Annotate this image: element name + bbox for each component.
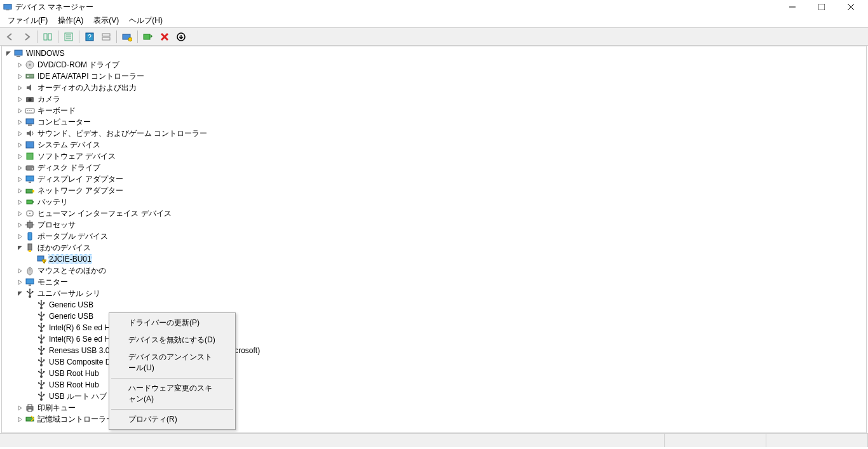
category-node[interactable]: モニター	[2, 276, 866, 288]
category-usb[interactable]: ユニバーサル シリ	[2, 288, 866, 299]
expand-icon[interactable]	[16, 175, 24, 183]
svg-rect-14	[102, 34, 110, 36]
collapse-icon[interactable]	[4, 50, 12, 57]
close-button[interactable]	[836, 0, 865, 14]
window-title: デバイス マネージャー	[15, 2, 778, 13]
scan-hardware-button[interactable]	[119, 29, 135, 44]
back-button[interactable]	[3, 29, 18, 44]
menu-action[interactable]: 操作(A)	[53, 14, 88, 27]
category-node[interactable]: IDE ATA/ATAPI コントローラー	[2, 70, 866, 82]
printer-icon	[25, 403, 35, 413]
svg-rect-45	[32, 201, 34, 203]
usb-icon	[36, 323, 46, 333]
category-node[interactable]: ネットワーク アダプター	[2, 185, 866, 196]
minimize-button[interactable]	[778, 0, 807, 14]
usb-icon	[36, 345, 46, 356]
expand-icon[interactable]	[16, 141, 24, 149]
category-node[interactable]: ヒューマン インターフェイス デバイス	[2, 208, 866, 219]
expand-icon[interactable]	[16, 84, 24, 91]
svg-point-17	[128, 37, 132, 41]
expand-icon[interactable]	[16, 221, 24, 229]
expand-icon[interactable]	[16, 232, 24, 240]
toolbar-separator	[137, 30, 138, 43]
collapse-icon[interactable]	[16, 244, 24, 251]
expand-icon[interactable]	[16, 210, 24, 217]
svg-rect-79	[43, 314, 44, 315]
update-driver-button[interactable]	[140, 29, 156, 44]
tree-node-label: サウンド、ビデオ、およびゲーム コントローラー	[37, 128, 207, 139]
category-node[interactable]: ソフトウェア デバイス	[2, 151, 866, 162]
usb-device-node[interactable]: Generic USB	[2, 299, 866, 311]
category-node[interactable]: システム デバイス	[2, 139, 866, 151]
usb-icon	[36, 357, 46, 367]
category-node[interactable]: プロセッサ	[2, 219, 866, 231]
category-node[interactable]: カメラ	[2, 93, 866, 105]
menu-view[interactable]: 表示(V)	[88, 14, 124, 27]
category-node[interactable]: サウンド、ビデオ、およびゲーム コントローラー	[2, 128, 866, 139]
root-node[interactable]: WINDOWS	[2, 48, 866, 59]
expand-icon[interactable]	[16, 278, 24, 286]
expand-icon[interactable]	[16, 267, 24, 274]
expand-icon[interactable]	[16, 72, 24, 80]
expand-icon[interactable]	[16, 61, 24, 69]
collapse-icon[interactable]	[16, 290, 24, 297]
svg-rect-91	[43, 337, 44, 338]
storage-icon	[25, 414, 35, 424]
category-node[interactable]: DVD/CD-ROM ドライブ	[2, 59, 866, 70]
tree-node-label: ディスク ドライブ	[37, 163, 100, 173]
toolbar-separator	[79, 30, 79, 43]
expand-icon[interactable]	[16, 118, 24, 126]
expand-icon[interactable]	[16, 152, 24, 160]
options-button[interactable]	[98, 29, 114, 44]
show-hide-console-button[interactable]	[40, 29, 55, 44]
svg-rect-54	[28, 244, 32, 250]
menu-help[interactable]: ヘルプ(H)	[124, 14, 168, 27]
context-menu: ドライバーの更新(P) デバイスを無効にする(D) デバイスのアンインストール(…	[109, 312, 236, 430]
expand-icon[interactable]	[16, 198, 24, 206]
device-2jcie-bu01[interactable]: !2JCIE-BU01	[2, 253, 866, 265]
category-node[interactable]: ディスプレイ アダプター	[2, 173, 866, 185]
expand-icon[interactable]	[16, 404, 24, 412]
category-node[interactable]: ディスク ドライブ	[2, 162, 866, 173]
expand-icon[interactable]	[16, 187, 24, 194]
menu-file[interactable]: ファイル(F)	[3, 14, 53, 27]
ctx-properties[interactable]: プロパティ(R)	[111, 411, 234, 428]
ctx-disable-device[interactable]: デバイスを無効にする(D)	[111, 332, 234, 349]
expand-icon[interactable]	[16, 415, 24, 423]
ctx-separator	[111, 378, 233, 379]
forward-button[interactable]	[19, 29, 34, 44]
category-node[interactable]: バッテリ	[2, 196, 866, 208]
disable-button[interactable]	[173, 29, 189, 44]
properties-button[interactable]	[61, 29, 76, 44]
svg-point-25	[29, 64, 31, 66]
ctx-uninstall-device[interactable]: デバイスのアンインストール(U)	[111, 349, 234, 377]
mouse-icon	[25, 265, 35, 276]
help-button[interactable]: ?	[82, 29, 97, 44]
category-other-devices[interactable]: ほかのデバイス	[2, 242, 866, 253]
tree-node-label: 2JCIE-BU01	[49, 255, 92, 264]
toolbar-separator	[37, 30, 37, 43]
device-tree-container[interactable]: WINDOWSDVD/CD-ROM ドライブIDE ATA/ATAPI コントロ…	[1, 46, 867, 433]
hid-icon	[25, 208, 35, 218]
tree-node-label: USB Root Hub	[49, 380, 99, 389]
expand-icon[interactable]	[16, 164, 24, 171]
category-node[interactable]: コンピューター	[2, 116, 866, 128]
category-node[interactable]: キーボード	[2, 105, 866, 116]
category-node[interactable]: ポータブル デバイス	[2, 231, 866, 242]
svg-rect-0	[4, 4, 11, 10]
expand-icon[interactable]	[16, 107, 24, 114]
svg-rect-40	[26, 176, 34, 181]
svg-rect-30	[25, 109, 34, 113]
ctx-separator	[111, 409, 233, 410]
svg-rect-73	[43, 302, 44, 304]
expand-icon[interactable]	[16, 130, 24, 137]
network-icon	[25, 185, 35, 196]
ctx-update-driver[interactable]: ドライバーの更新(P)	[111, 314, 234, 332]
uninstall-button[interactable]	[157, 29, 172, 44]
category-node[interactable]: マウスとそのほかの	[2, 265, 866, 276]
maximize-button[interactable]	[807, 0, 836, 14]
ctx-scan-hardware[interactable]: ハードウェア変更のスキャン(A)	[111, 380, 234, 408]
expand-icon[interactable]	[16, 95, 24, 103]
category-node[interactable]: オーディオの入力および出力	[2, 82, 866, 93]
svg-rect-41	[29, 182, 31, 183]
